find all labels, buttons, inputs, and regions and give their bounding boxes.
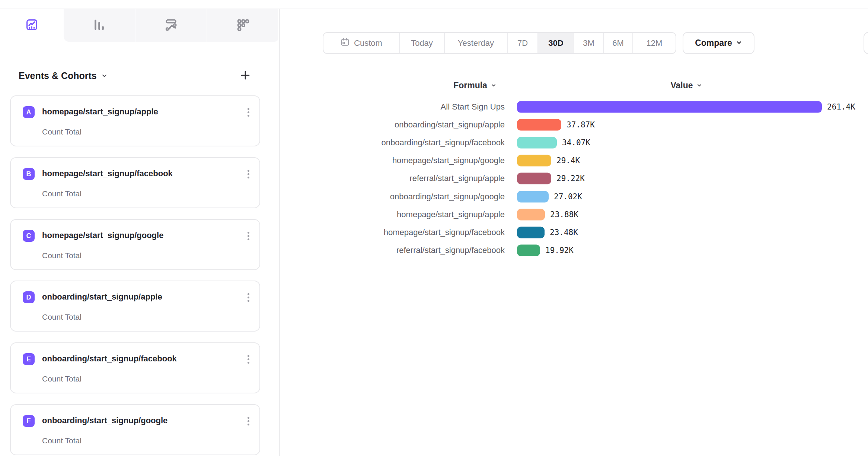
bar[interactable] (517, 137, 557, 149)
row-label: referral/start_signup/facebook (298, 246, 505, 255)
date-range-label: 6M (612, 38, 624, 48)
series-letter-badge: D (23, 291, 35, 303)
bar[interactable] (517, 173, 551, 184)
chevron-down-icon (491, 80, 497, 91)
chart-row: onboarding/start_signup/facebook34.07K (0, 134, 868, 152)
tab-retention[interactable] (207, 9, 278, 42)
row-label: homepage/start_signup/apple (298, 210, 505, 219)
value-column-header[interactable]: Value (647, 79, 726, 92)
chart-row: homepage/start_signup/apple23.88K (0, 206, 868, 224)
bar[interactable] (517, 119, 561, 131)
bar[interactable] (517, 155, 551, 167)
add-event-button[interactable] (239, 69, 252, 82)
compare-label: Compare (695, 38, 732, 48)
events-cohorts-title: Events & Cohorts (19, 70, 97, 81)
kebab-menu-icon[interactable] (244, 415, 253, 427)
event-card[interactable]: Eonboarding/start_signup/facebookCount T… (10, 342, 260, 393)
date-range-control: CustomTodayYesterday7D30D3M6M12M (323, 32, 676, 54)
kebab-menu-icon[interactable] (244, 291, 253, 304)
event-name: onboarding/start_signup/apple (42, 292, 162, 302)
date-range-label: 30D (548, 38, 563, 48)
chevron-down-icon (736, 38, 742, 48)
date-range-label: 12M (647, 38, 663, 48)
date-range-12m[interactable]: 12M (633, 33, 676, 53)
event-metric[interactable]: Count Total (42, 374, 82, 383)
row-label: onboarding/start_signup/google (298, 192, 505, 202)
date-range-custom[interactable]: Custom (323, 33, 400, 53)
chart-row: referral/start_signup/apple29.22K (0, 170, 868, 187)
chevron-down-icon (101, 70, 108, 81)
row-label: homepage/start_signup/facebook (298, 228, 505, 237)
tab-insights[interactable] (0, 9, 64, 42)
bar-value: 29.22K (556, 174, 585, 183)
bar-value: 261.4K (827, 102, 855, 111)
bar-value: 34.07K (562, 138, 590, 147)
row-label: homepage/start_signup/google (298, 156, 505, 165)
event-metric[interactable]: Count Total (42, 436, 82, 445)
event-card[interactable]: Fonboarding/start_signup/googleCount Tot… (10, 404, 260, 455)
events-cohorts-header[interactable]: Events & Cohorts (19, 69, 108, 83)
tab-bar-report[interactable] (64, 9, 135, 42)
chart-row: onboarding/start_signup/apple37.87K (0, 116, 868, 134)
date-range-label: 3M (583, 38, 594, 48)
bar-value: 23.88K (550, 210, 578, 219)
bar-value: 19.92K (545, 246, 574, 255)
chart-row: All Start Sign Ups261.4K (0, 98, 868, 116)
series-letter-badge: F (23, 415, 35, 427)
chevron-down-icon (696, 80, 702, 91)
chart-row: onboarding/start_signup/google27.02K (0, 188, 868, 206)
bar[interactable] (517, 227, 545, 238)
compare-button[interactable]: Compare (683, 32, 754, 54)
date-range-3m[interactable]: 3M (574, 33, 604, 53)
date-range-today[interactable]: Today (400, 33, 445, 53)
date-range-label: 7D (517, 38, 528, 48)
chart-row: homepage/start_signup/google29.4K (0, 152, 868, 170)
chart-row: referral/start_signup/facebook19.92K (0, 241, 868, 259)
bar-value: 27.02K (554, 192, 582, 201)
date-range-6m[interactable]: 6M (604, 33, 633, 53)
bar[interactable] (517, 244, 540, 256)
formula-column-header[interactable]: Formula (435, 79, 514, 92)
row-label: onboarding/start_signup/apple (298, 120, 505, 130)
retention-dots-icon (236, 18, 250, 33)
bar-value: 29.4K (556, 156, 580, 165)
formula-header-label: Formula (453, 80, 487, 91)
series-letter-badge: E (23, 353, 35, 365)
row-label: All Start Sign Ups (298, 102, 505, 112)
bar[interactable] (517, 191, 549, 202)
partial-button-right-edge[interactable] (864, 32, 868, 54)
bar-chart-icon (92, 18, 106, 33)
event-name: onboarding/start_signup/facebook (42, 354, 177, 364)
bar-value: 23.48K (550, 228, 578, 237)
chart-type-tabs (0, 9, 278, 42)
date-range-label: Today (411, 38, 433, 48)
row-label: onboarding/start_signup/facebook (298, 138, 505, 148)
bar[interactable] (517, 101, 822, 113)
event-name: onboarding/start_signup/google (42, 416, 167, 425)
kebab-menu-icon[interactable] (244, 353, 253, 365)
date-range-yesterday[interactable]: Yesterday (445, 33, 508, 53)
calendar-icon (340, 37, 350, 49)
row-label: referral/start_signup/apple (298, 174, 505, 183)
date-range-label: Yesterday (458, 38, 494, 48)
date-range-label: Custom (354, 38, 382, 48)
date-range-30d[interactable]: 30D (538, 33, 574, 53)
chart-row: homepage/start_signup/facebook23.48K (0, 224, 868, 241)
event-card[interactable]: Donboarding/start_signup/appleCount Tota… (10, 281, 260, 332)
plus-icon (240, 70, 251, 82)
tab-flows[interactable] (135, 9, 207, 42)
value-header-label: Value (670, 80, 693, 91)
event-metric[interactable]: Count Total (42, 313, 82, 322)
bar[interactable] (517, 209, 545, 220)
bar-value: 37.87K (567, 120, 595, 129)
date-range-7d[interactable]: 7D (508, 33, 538, 53)
flows-icon (164, 18, 178, 33)
line-chart-icon (25, 18, 38, 33)
